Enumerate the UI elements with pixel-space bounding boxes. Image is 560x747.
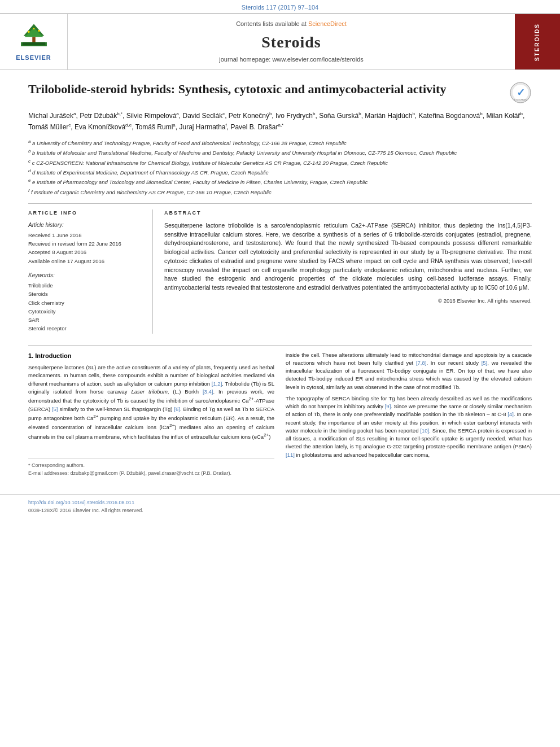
affiliation-e: e e Institute of Pharmacology and Toxico… <box>28 177 532 186</box>
main-content: Trilobolide-steroid hybrids: Synthesis, … <box>0 70 560 488</box>
affiliation-d: d d Institute of Experimental Medicine, … <box>28 168 532 177</box>
info-abstract-section: ARTICLE INFO Article history: Received 1… <box>28 209 532 334</box>
svg-text:✓: ✓ <box>517 87 525 98</box>
elsevier-text: ELSEVIER <box>16 54 51 62</box>
crossmark-badge[interactable]: ✓ CrossMark <box>509 81 532 104</box>
affiliation-f: f f Institute of Organic Chemistry and B… <box>28 187 532 196</box>
keywords-label: Keywords: <box>28 272 141 279</box>
accepted-date: Accepted 8 August 2016 <box>28 248 141 256</box>
ref-5b[interactable]: [5] <box>482 360 488 366</box>
keywords-section: Keywords: Trilobolide Steroids Click che… <box>28 272 141 333</box>
ref-11[interactable]: [11] <box>286 452 295 458</box>
journal-name: Steroids <box>79 31 504 53</box>
journal-header-center: Contents lists available at ScienceDirec… <box>68 14 515 69</box>
abstract-title: ABSTRACT <box>164 209 532 217</box>
section-divider-2 <box>28 345 532 346</box>
keyword-6: Steroid receptor <box>28 325 141 332</box>
elsevier-tree-icon <box>17 21 51 53</box>
svg-point-4 <box>28 31 30 33</box>
svg-rect-7 <box>22 42 45 46</box>
journal-ref: Steroids 117 (2017) 97–104 <box>242 4 318 11</box>
intro-para2: inside the cell. These alterations ultim… <box>286 351 532 391</box>
affiliation-c: c c CZ-OPENSCREEN: National Infrastructu… <box>28 158 532 167</box>
article-info-title: ARTICLE INFO <box>28 209 141 217</box>
column-divider <box>152 209 153 334</box>
body-col-right: inside the cell. These alterations ultim… <box>286 351 532 477</box>
sciencedirect-link[interactable]: ScienceDirect <box>308 20 347 27</box>
footnote-corresponding: * Corresponding authors. <box>28 462 274 470</box>
received-revised-date: Received in revised form 22 June 2016 <box>28 240 141 247</box>
footnote-section: * Corresponding authors. E-mail addresse… <box>28 458 274 477</box>
journal-header: ELSEVIER Contents lists available at Sci… <box>0 13 560 70</box>
ref-3-4[interactable]: [3,4] <box>203 388 213 395</box>
issn-text: 0039-128X/© 2016 Elsevier Inc. All right… <box>28 507 532 514</box>
received-date: Received 1 June 2016 <box>28 231 141 239</box>
keyword-4: Cytotoxicity <box>28 308 141 315</box>
section-divider-1 <box>28 203 532 204</box>
title-section: Trilobolide-steroid hybrids: Synthesis, … <box>28 81 532 104</box>
ref-5[interactable]: [5] <box>52 406 58 412</box>
keyword-1: Trilobolide <box>28 282 141 289</box>
abstract-text: Sesquiterpene lactone trilobolide is a s… <box>164 221 532 292</box>
intro-heading: 1. Introduction <box>28 351 274 361</box>
keyword-5: SAR <box>28 316 141 324</box>
ref-9[interactable]: [9] <box>385 403 391 409</box>
intro-para1: Sesquiterpene lactones (SL) are the acti… <box>28 364 274 441</box>
doi-link[interactable]: http://dx.doi.org/10.1016/j.steroids.201… <box>28 499 532 506</box>
ref-1-2[interactable]: [1,2] <box>212 381 222 387</box>
authors: Michal Jurášeka, Petr Džubákb,*, Silvie … <box>28 111 532 132</box>
intro-para3: The topography of SERCA binding site for… <box>286 395 532 459</box>
article-info: ARTICLE INFO Article history: Received 1… <box>28 209 141 334</box>
svg-text:CrossMark: CrossMark <box>514 98 527 101</box>
contents-text: Contents lists available at <box>236 20 307 27</box>
history-label: Article history: <box>28 221 141 229</box>
footnote-email: E-mail addresses: dzubakp@gmail.com (P. … <box>28 470 274 478</box>
crossmark-icon: ✓ CrossMark <box>509 81 532 104</box>
journal-badge: STEROIDS <box>515 14 560 69</box>
elsevier-logo: ELSEVIER <box>16 21 51 62</box>
page: Steroids 117 (2017) 97–104 <box>0 0 560 747</box>
ref-4b[interactable]: [4] <box>508 411 514 417</box>
elsevier-branding: ELSEVIER <box>0 14 68 69</box>
svg-point-6 <box>33 28 34 30</box>
footer: http://dx.doi.org/10.1016/j.steroids.201… <box>0 494 560 518</box>
affiliation-b: b b Institute of Molecular and Translati… <box>28 148 532 157</box>
ref-10[interactable]: [10] <box>420 427 429 434</box>
steroids-badge-text: STEROIDS <box>533 23 541 61</box>
keyword-2: Steroids <box>28 290 141 298</box>
ref-7-8[interactable]: [7,8] <box>416 360 427 366</box>
contents-line: Contents lists available at ScienceDirec… <box>79 20 504 28</box>
copyright: © 2016 Elsevier Inc. All rights reserved… <box>164 297 532 304</box>
svg-point-5 <box>38 30 40 32</box>
ref-6[interactable]: [6] <box>174 406 180 412</box>
affiliations: a a University of Chemistry and Technolo… <box>28 138 532 196</box>
body-columns: 1. Introduction Sesquiterpene lactones (… <box>28 351 532 477</box>
journal-homepage: journal homepage: www.elsevier.com/locat… <box>79 55 504 64</box>
available-date: Available online 17 August 2016 <box>28 257 141 265</box>
affiliation-a: a a University of Chemistry and Technolo… <box>28 138 532 147</box>
keyword-3: Click chemistry <box>28 299 141 307</box>
abstract-section: ABSTRACT Sesquiterpene lactone triloboli… <box>164 209 532 334</box>
body-col-left: 1. Introduction Sesquiterpene lactones (… <box>28 351 274 477</box>
journal-ref-bar: Steroids 117 (2017) 97–104 <box>0 0 560 13</box>
article-title: Trilobolide-steroid hybrids: Synthesis, … <box>28 81 504 98</box>
